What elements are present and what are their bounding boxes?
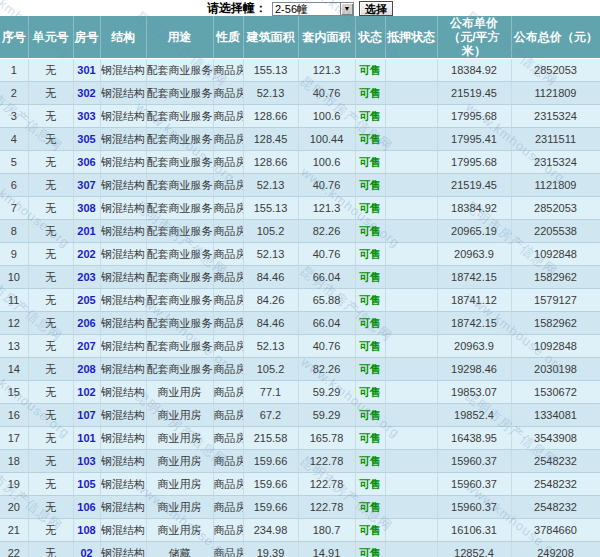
cell-area: 159.66 — [243, 450, 298, 473]
cell-total-price: 1530672 — [511, 381, 600, 404]
cell-room: 306 — [73, 151, 100, 174]
room-number-link[interactable]: 108 — [77, 524, 95, 536]
cell-mortgage — [385, 496, 437, 519]
cell-unit: 无 — [28, 404, 73, 427]
cell-usage: 配套商业服务 — [146, 335, 213, 358]
table-row: 1无301钢混结构配套商业服务商品房155.13121.3可售18384.922… — [0, 59, 600, 82]
cell-total-price: 1582962 — [511, 312, 600, 335]
cell-mortgage — [385, 82, 437, 105]
cell-inner-area: 121.3 — [298, 59, 355, 82]
room-number-link[interactable]: 301 — [77, 64, 95, 76]
cell-nature: 商品房 — [213, 427, 243, 450]
cell-area: 128.45 — [243, 128, 298, 151]
cell-total-price: 2852053 — [511, 197, 600, 220]
cell-nature: 商品房 — [213, 59, 243, 82]
cell-status: 可售 — [355, 450, 385, 473]
cell-structure: 钢混结构 — [100, 427, 146, 450]
cell-inner-area: 66.04 — [298, 312, 355, 335]
cell-area: 105.2 — [243, 358, 298, 381]
cell-usage: 配套商业服务 — [146, 105, 213, 128]
table-row: 20无106钢混结构商业用房商品房159.66122.78可售15960.372… — [0, 496, 600, 519]
cell-unit: 无 — [28, 450, 73, 473]
cell-seq: 21 — [0, 519, 28, 542]
cell-room: 203 — [73, 266, 100, 289]
room-number-link[interactable]: 203 — [77, 271, 95, 283]
room-number-link[interactable]: 205 — [77, 294, 95, 306]
cell-seq: 5 — [0, 151, 28, 174]
room-number-link[interactable]: 101 — [77, 432, 95, 444]
room-number-link[interactable]: 105 — [77, 478, 95, 490]
cell-inner-area: 122.78 — [298, 496, 355, 519]
column-header: 公布单价（元/平方米） — [437, 16, 511, 59]
cell-nature: 商品房 — [213, 266, 243, 289]
cell-unit: 无 — [28, 197, 73, 220]
cell-structure: 钢混结构 — [100, 220, 146, 243]
building-select-toolbar: 请选择幢： 2-56幢 ▼ 选择 — [0, 0, 600, 16]
cell-seq: 15 — [0, 381, 28, 404]
cell-unit-price: 15960.37 — [437, 473, 511, 496]
cell-unit-price: 17995.68 — [437, 151, 511, 174]
cell-nature: 商品房 — [213, 220, 243, 243]
cell-room: 206 — [73, 312, 100, 335]
cell-unit-price: 20965.19 — [437, 220, 511, 243]
cell-area: 84.46 — [243, 266, 298, 289]
status-for-sale: 可售 — [359, 409, 381, 421]
chevron-down-icon[interactable]: ▼ — [340, 3, 353, 15]
cell-structure: 钢混结构 — [100, 312, 146, 335]
room-number-link[interactable]: 302 — [77, 87, 95, 99]
cell-inner-area: 40.76 — [298, 174, 355, 197]
room-number-link[interactable]: 303 — [77, 110, 95, 122]
cell-unit-price: 17995.41 — [437, 128, 511, 151]
room-number-link[interactable]: 208 — [77, 363, 95, 375]
cell-room: 208 — [73, 358, 100, 381]
room-number-link[interactable]: 206 — [77, 317, 95, 329]
cell-nature: 商品房 — [213, 312, 243, 335]
room-number-link[interactable]: 305 — [77, 133, 95, 145]
room-number-link[interactable]: 308 — [77, 202, 95, 214]
room-number-link[interactable]: 306 — [77, 156, 95, 168]
cell-inner-area: 82.26 — [298, 220, 355, 243]
room-number-link[interactable]: 106 — [77, 501, 95, 513]
room-number-link[interactable]: 307 — [77, 179, 95, 191]
table-row: 5无306钢混结构配套商业服务商品房128.66100.6可售17995.682… — [0, 151, 600, 174]
cell-area: 52.13 — [243, 243, 298, 266]
room-number-link[interactable]: 201 — [77, 225, 95, 237]
room-number-link[interactable]: 02 — [80, 547, 92, 557]
cell-unit: 无 — [28, 335, 73, 358]
cell-nature: 商品房 — [213, 450, 243, 473]
cell-room: 307 — [73, 174, 100, 197]
status-for-sale: 可售 — [359, 501, 381, 513]
cell-seq: 16 — [0, 404, 28, 427]
select-button[interactable]: 选择 — [359, 1, 393, 16]
cell-mortgage — [385, 312, 437, 335]
cell-area: 67.2 — [243, 404, 298, 427]
room-number-link[interactable]: 103 — [77, 455, 95, 467]
cell-room: 101 — [73, 427, 100, 450]
cell-usage: 配套商业服务 — [146, 220, 213, 243]
cell-area: 159.66 — [243, 473, 298, 496]
cell-room: 303 — [73, 105, 100, 128]
cell-total-price: 1121809 — [511, 174, 600, 197]
cell-unit: 无 — [28, 381, 73, 404]
cell-nature: 商品房 — [213, 174, 243, 197]
cell-status: 可售 — [355, 174, 385, 197]
cell-seq: 2 — [0, 82, 28, 105]
cell-inner-area: 82.26 — [298, 358, 355, 381]
room-number-link[interactable]: 102 — [77, 386, 95, 398]
room-number-link[interactable]: 202 — [77, 248, 95, 260]
cell-total-price: 2205538 — [511, 220, 600, 243]
cell-inner-area: 14.91 — [298, 542, 355, 557]
cell-seq: 18 — [0, 450, 28, 473]
cell-seq: 6 — [0, 174, 28, 197]
cell-usage: 商业用房 — [146, 450, 213, 473]
building-select[interactable]: 2-56幢 ▼ — [272, 2, 354, 16]
cell-room: 02 — [73, 542, 100, 557]
table-row: 19无105钢混结构商业用房商品房159.66122.78可售15960.372… — [0, 473, 600, 496]
cell-area: 234.98 — [243, 519, 298, 542]
cell-structure: 钢混结构 — [100, 542, 146, 557]
room-number-link[interactable]: 107 — [77, 409, 95, 421]
room-number-link[interactable]: 207 — [77, 340, 95, 352]
cell-mortgage — [385, 542, 437, 557]
cell-mortgage — [385, 519, 437, 542]
cell-unit-price: 18741.12 — [437, 289, 511, 312]
